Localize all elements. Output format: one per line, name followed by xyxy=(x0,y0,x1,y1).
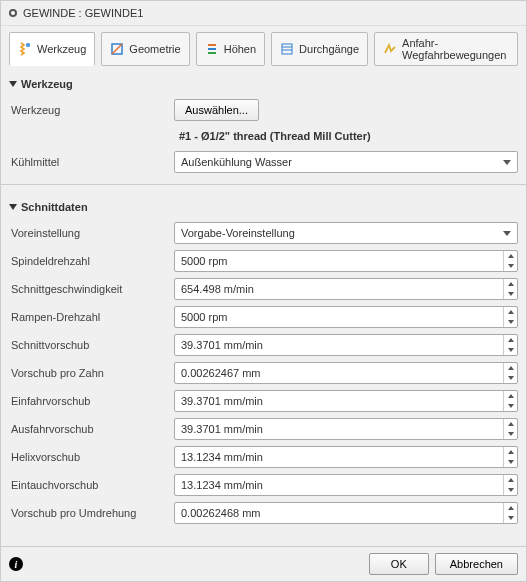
row-preset: Voreinstellung Vorgabe-Voreinstellung xyxy=(9,219,518,247)
spin-input[interactable]: 654.498 m/min xyxy=(174,278,518,300)
field-label: Helixvorschub xyxy=(9,451,174,463)
footer: i OK Abbrechen xyxy=(1,546,526,581)
spin-up-button[interactable] xyxy=(504,391,517,401)
spin-down-button[interactable] xyxy=(504,513,517,523)
field-label: Einfahrvorschub xyxy=(9,395,174,407)
preset-select[interactable]: Vorgabe-Voreinstellung xyxy=(174,222,518,244)
spin-value[interactable]: 39.3701 mm/min xyxy=(175,391,503,411)
spin-input[interactable]: 39.3701 mm/min xyxy=(174,334,518,356)
tab-label: Geometrie xyxy=(129,43,180,55)
section-schnittdaten-header[interactable]: Schnittdaten xyxy=(9,193,518,219)
preset-label: Voreinstellung xyxy=(9,227,174,239)
spin-arrows xyxy=(503,503,517,523)
divider xyxy=(1,184,526,185)
tab-durchgaenge[interactable]: Durchgänge xyxy=(271,32,368,66)
spin-value[interactable]: 39.3701 mm/min xyxy=(175,419,503,439)
spin-input[interactable]: 5000 rpm xyxy=(174,250,518,272)
spin-arrows xyxy=(503,447,517,467)
chevron-down-icon xyxy=(503,160,511,165)
spin-input[interactable]: 5000 rpm xyxy=(174,306,518,328)
info-icon[interactable]: i xyxy=(9,557,23,571)
spin-value[interactable]: 0.00262468 mm xyxy=(175,503,503,523)
field-row: Eintauchvorschub13.1234 mm/min xyxy=(9,471,518,499)
spin-value[interactable]: 5000 rpm xyxy=(175,307,503,327)
spin-down-button[interactable] xyxy=(504,485,517,495)
tab-label: Höhen xyxy=(224,43,256,55)
spin-down-button[interactable] xyxy=(504,457,517,467)
spin-up-button[interactable] xyxy=(504,475,517,485)
tool-icon xyxy=(18,42,32,56)
field-label: Eintauchvorschub xyxy=(9,479,174,491)
field-row: Schnittgeschwindigkeit654.498 m/min xyxy=(9,275,518,303)
spin-up-button[interactable] xyxy=(504,363,517,373)
spin-down-button[interactable] xyxy=(504,373,517,383)
spin-up-button[interactable] xyxy=(504,307,517,317)
svg-rect-6 xyxy=(282,44,292,54)
spin-down-button[interactable] xyxy=(504,261,517,271)
titlebar: GEWINDE : GEWINDE1 xyxy=(1,1,526,26)
tab-geometrie[interactable]: Geometrie xyxy=(101,32,189,66)
field-row: Vorschub pro Zahn0.00262467 mm xyxy=(9,359,518,387)
content-panel: Werkzeug Werkzeug Auswählen... #1 - Ø1/2… xyxy=(1,66,526,546)
spin-up-button[interactable] xyxy=(504,503,517,513)
spin-arrows xyxy=(503,251,517,271)
field-label: Vorschub pro Zahn xyxy=(9,367,174,379)
spin-input[interactable]: 0.00262468 mm xyxy=(174,502,518,524)
cancel-button[interactable]: Abbrechen xyxy=(435,553,518,575)
coolant-label: Kühlmittel xyxy=(9,156,174,168)
tool-label: Werkzeug xyxy=(9,104,174,116)
chevron-down-icon xyxy=(9,81,17,87)
coolant-select[interactable]: Außenkühlung Wasser xyxy=(174,151,518,173)
spin-arrows xyxy=(503,279,517,299)
spin-up-button[interactable] xyxy=(504,335,517,345)
spin-input[interactable]: 0.00262467 mm xyxy=(174,362,518,384)
spin-input[interactable]: 39.3701 mm/min xyxy=(174,390,518,412)
spin-value[interactable]: 13.1234 mm/min xyxy=(175,475,503,495)
spin-down-button[interactable] xyxy=(504,429,517,439)
tab-anfahr[interactable]: Anfahr-Wegfahrbewegungen xyxy=(374,32,518,66)
linking-icon xyxy=(383,42,397,56)
field-label: Vorschub pro Umdrehung xyxy=(9,507,174,519)
chevron-down-icon xyxy=(503,231,511,236)
ok-button[interactable]: OK xyxy=(369,553,429,575)
spin-value[interactable]: 5000 rpm xyxy=(175,251,503,271)
chevron-down-icon xyxy=(9,204,17,210)
field-label: Schnittvorschub xyxy=(9,339,174,351)
section-title: Werkzeug xyxy=(21,78,73,90)
title-dot-icon xyxy=(9,9,17,17)
spin-up-button[interactable] xyxy=(504,279,517,289)
spin-input[interactable]: 13.1234 mm/min xyxy=(174,446,518,468)
spin-arrows xyxy=(503,475,517,495)
spin-arrows xyxy=(503,419,517,439)
spin-value[interactable]: 0.00262467 mm xyxy=(175,363,503,383)
spin-up-button[interactable] xyxy=(504,447,517,457)
preset-value: Vorgabe-Voreinstellung xyxy=(181,227,295,239)
tab-bar: Werkzeug Geometrie Höhen Durchgänge Anfa… xyxy=(1,26,526,66)
tab-werkzeug[interactable]: Werkzeug xyxy=(9,32,95,66)
spin-input[interactable]: 13.1234 mm/min xyxy=(174,474,518,496)
section-werkzeug-header[interactable]: Werkzeug xyxy=(9,70,518,96)
field-label: Spindeldrehzahl xyxy=(9,255,174,267)
tab-hoehen[interactable]: Höhen xyxy=(196,32,265,66)
spin-down-button[interactable] xyxy=(504,401,517,411)
spin-value[interactable]: 13.1234 mm/min xyxy=(175,447,503,467)
spin-up-button[interactable] xyxy=(504,251,517,261)
field-row: Spindeldrehzahl5000 rpm xyxy=(9,247,518,275)
field-row: Ausfahrvorschub39.3701 mm/min xyxy=(9,415,518,443)
row-coolant: Kühlmittel Außenkühlung Wasser xyxy=(9,148,518,176)
heights-icon xyxy=(205,42,219,56)
spin-arrows xyxy=(503,335,517,355)
spin-value[interactable]: 654.498 m/min xyxy=(175,279,503,299)
spin-down-button[interactable] xyxy=(504,345,517,355)
coolant-value: Außenkühlung Wasser xyxy=(181,156,292,168)
spin-down-button[interactable] xyxy=(504,317,517,327)
tab-label: Anfahr-Wegfahrbewegungen xyxy=(402,37,509,61)
spin-up-button[interactable] xyxy=(504,419,517,429)
spin-arrows xyxy=(503,307,517,327)
field-row: Einfahrvorschub39.3701 mm/min xyxy=(9,387,518,415)
spin-value[interactable]: 39.3701 mm/min xyxy=(175,335,503,355)
spin-down-button[interactable] xyxy=(504,289,517,299)
window-title: GEWINDE : GEWINDE1 xyxy=(23,7,143,19)
spin-input[interactable]: 39.3701 mm/min xyxy=(174,418,518,440)
select-tool-button[interactable]: Auswählen... xyxy=(174,99,259,121)
